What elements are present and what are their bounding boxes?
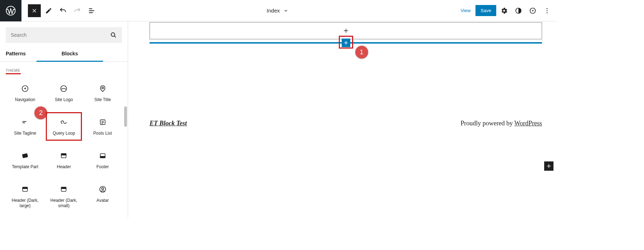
site-logo-icon xyxy=(60,84,68,94)
edit-tool-icon[interactable] xyxy=(42,4,55,17)
svg-point-6 xyxy=(111,33,115,36)
tagline-icon xyxy=(21,117,29,127)
insert-between-button[interactable] xyxy=(342,39,350,47)
section-label-theme: THEME xyxy=(6,68,20,73)
block-posts-list[interactable]: Posts List xyxy=(83,111,122,145)
loop-icon xyxy=(59,117,68,127)
undo-button[interactable] xyxy=(57,4,69,17)
settings-button[interactable] xyxy=(498,4,511,17)
site-title-link[interactable]: ET Block Test xyxy=(150,120,187,127)
plus-icon xyxy=(546,163,552,169)
inserter-tabs: Patterns Blocks xyxy=(0,46,128,62)
block-site-logo[interactable]: Site Logo xyxy=(44,78,83,111)
map-pin-icon xyxy=(99,84,107,94)
plus-icon xyxy=(343,40,349,46)
tab-blocks[interactable]: Blocks xyxy=(36,46,103,61)
topbar-right-tools: View Save xyxy=(457,4,556,17)
block-query-loop[interactable]: Query Loop xyxy=(44,111,83,145)
scrollbar-thumb[interactable] xyxy=(124,106,127,127)
annotation-underline xyxy=(6,73,21,74)
posts-list-icon xyxy=(99,117,106,127)
block-header-dark-large[interactable]: Header (Dark, large) xyxy=(6,179,44,212)
plus-icon xyxy=(342,27,350,34)
redo-button[interactable] xyxy=(71,4,84,17)
header-icon xyxy=(21,184,29,194)
list-view-button[interactable] xyxy=(85,4,98,17)
svg-rect-13 xyxy=(62,154,66,155)
svg-point-5 xyxy=(547,12,548,13)
editor-topbar: Index View Save xyxy=(0,0,556,21)
block-header[interactable]: Header xyxy=(44,145,83,179)
tab-patterns[interactable]: Patterns xyxy=(0,46,36,61)
chevron-down-icon xyxy=(283,8,288,13)
search-input[interactable] xyxy=(11,32,110,38)
block-inserter-panel: Patterns Blocks THEME Navigation Site Lo… xyxy=(0,21,128,218)
inserter-panel-body: THEME Navigation Site Logo Site Title xyxy=(0,62,128,218)
document-title: Index xyxy=(267,8,280,14)
annotation-badge-1: 1 xyxy=(355,46,368,59)
block-footer[interactable]: Footer xyxy=(83,145,122,179)
svg-rect-19 xyxy=(62,187,66,189)
close-inserter-button[interactable] xyxy=(28,4,41,17)
wordpress-logo[interactable] xyxy=(0,0,21,21)
svg-point-3 xyxy=(547,8,548,9)
save-button[interactable]: Save xyxy=(475,5,496,16)
svg-point-0 xyxy=(6,6,15,15)
template-part-icon xyxy=(21,151,29,161)
svg-rect-17 xyxy=(23,187,27,189)
document-title-dropdown[interactable]: Index xyxy=(98,8,457,14)
svg-rect-11 xyxy=(22,153,28,158)
block-header-dark-small[interactable]: Header (Dark, small) xyxy=(44,179,83,212)
search-box[interactable] xyxy=(6,27,122,43)
more-options-button[interactable] xyxy=(541,4,553,17)
site-footer-row: ET Block Test Proudly powered by WordPre… xyxy=(150,120,542,127)
compass-button[interactable] xyxy=(526,4,539,17)
svg-rect-15 xyxy=(100,156,105,158)
header-icon xyxy=(60,151,67,161)
wordpress-link[interactable]: WordPress xyxy=(514,120,542,127)
block-avatar[interactable]: Avatar xyxy=(83,179,122,212)
search-icon xyxy=(110,31,117,39)
avatar-icon xyxy=(99,184,107,194)
block-grid: Navigation Site Logo Site Title Site Tag… xyxy=(6,78,122,212)
compass-icon xyxy=(21,84,29,94)
empty-block-placeholder[interactable] xyxy=(150,22,542,39)
floating-add-block-button[interactable] xyxy=(544,161,553,171)
styles-button[interactable] xyxy=(512,4,525,17)
block-insertion-line: 1 xyxy=(150,42,542,44)
editor-canvas: 1 ET Block Test Proudly powered by WordP… xyxy=(128,21,556,218)
header-icon xyxy=(60,184,67,194)
svg-point-9 xyxy=(102,87,104,89)
block-site-title[interactable]: Site Title xyxy=(83,78,122,111)
block-site-tagline[interactable]: Site Tagline 2 xyxy=(6,111,44,145)
view-link[interactable]: View xyxy=(457,5,474,16)
footer-icon xyxy=(99,151,106,161)
svg-point-4 xyxy=(547,10,548,11)
footer-credit: Proudly powered by WordPress xyxy=(460,120,542,127)
svg-point-21 xyxy=(102,188,104,190)
block-template-part[interactable]: Template Part xyxy=(6,145,44,179)
